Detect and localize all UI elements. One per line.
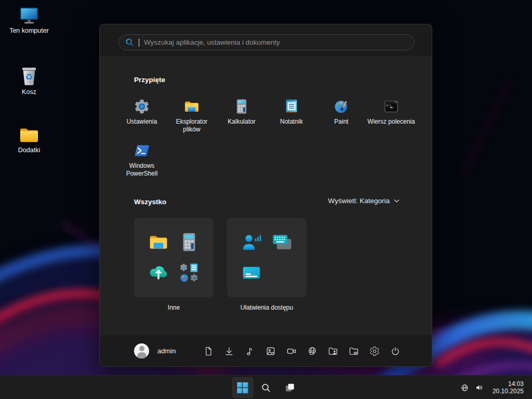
folder-icon xyxy=(143,227,174,258)
desktop-icon-dodatki[interactable]: Dodatki xyxy=(7,126,51,154)
pictures-button[interactable] xyxy=(260,340,281,362)
desktop-icon-label: Dodatki xyxy=(18,147,40,154)
network-button[interactable] xyxy=(302,340,323,362)
pinned-app-paint[interactable]: Paint xyxy=(316,96,366,140)
power-button[interactable] xyxy=(385,340,406,362)
apps-cluster-icon xyxy=(174,258,205,289)
network-status-button[interactable] xyxy=(458,377,472,398)
category-ulatwienia: Ułatwienia dostępu xyxy=(227,218,307,311)
document-icon xyxy=(203,346,214,356)
volume-button[interactable] xyxy=(473,377,486,398)
search-placeholder: Wyszukaj aplikacje, ustawienia i dokumen… xyxy=(144,38,280,46)
pinned-app-ustawienia[interactable]: Ustawienia xyxy=(117,96,167,140)
text-caret xyxy=(139,38,139,47)
search-input[interactable]: Wyszukaj aplikacje, ustawienia i dokumen… xyxy=(118,34,415,50)
paint-palette-icon xyxy=(333,98,350,115)
screen: Ten komputer ♻ Kosz Dodatki xyxy=(0,0,532,399)
start-menu: Wyszukaj aplikacje, ustawienia i dokumen… xyxy=(99,24,432,367)
file-explorer-button[interactable] xyxy=(343,340,364,362)
view-toggle-label: Wyświetl: Kategoria xyxy=(328,197,390,205)
this-pc-icon xyxy=(18,5,40,25)
on-screen-keyboard-icon xyxy=(267,227,298,258)
folder-icon xyxy=(18,126,40,144)
pinned-app-notatnik[interactable]: Notatnik xyxy=(267,96,316,140)
pinned-app-label: Windows PowerShell xyxy=(118,162,166,177)
video-camera-icon xyxy=(286,346,297,356)
svg-text:♻: ♻ xyxy=(25,72,33,82)
taskbar-center xyxy=(232,377,300,398)
pinned-app-label: Ustawienia xyxy=(127,118,157,126)
taskbar-search-button[interactable] xyxy=(256,377,277,398)
pinned-app-label: Wiersz polecenia xyxy=(367,118,415,126)
category-label: Inne xyxy=(134,304,214,311)
start-search-area: Wyszukaj aplikacje, ustawienia i dokumen… xyxy=(100,24,432,57)
clock-time: 14:03 xyxy=(493,380,524,388)
pinned-apps-grid: Ustawienia Eksplorator plików xyxy=(117,96,417,184)
pinned-app-powershell[interactable]: Windows PowerShell xyxy=(117,140,167,184)
user-folder-icon xyxy=(328,346,338,356)
pictures-icon xyxy=(265,346,276,356)
notepad-icon xyxy=(283,98,300,115)
category-label: Ułatwienia dostępu xyxy=(227,304,307,311)
command-prompt-icon: C:\ xyxy=(383,98,400,115)
all-section-title: Wszystko xyxy=(134,198,166,206)
clock-date: 20.10.2025 xyxy=(493,388,524,395)
folder-window-icon xyxy=(349,346,359,356)
cloud-upload-icon xyxy=(143,258,174,289)
view-category-dropdown[interactable]: Wyświetl: Kategoria xyxy=(328,197,400,205)
user-avatar xyxy=(134,343,149,358)
captions-card-icon xyxy=(236,258,267,289)
download-icon xyxy=(224,346,234,356)
user-name: admin xyxy=(157,347,176,355)
power-icon xyxy=(390,346,401,356)
taskbar: 14:03 20.10.2025 xyxy=(0,375,532,399)
settings-gear-icon xyxy=(134,98,150,115)
pinned-app-label: Notatnik xyxy=(280,118,303,126)
system-tray: 14:03 20.10.2025 xyxy=(458,376,528,399)
desktop-icon-this-pc[interactable]: Ten komputer xyxy=(7,5,51,35)
svg-text:C:\: C:\ xyxy=(387,104,392,107)
settings-button[interactable] xyxy=(364,340,385,362)
no-internet-globe-icon xyxy=(460,383,469,392)
desktop-icon-label: Ten komputer xyxy=(9,28,49,35)
pinned-app-eksplorator[interactable]: Eksplorator plików xyxy=(167,96,217,140)
network-globe-icon xyxy=(307,346,317,356)
task-view-button[interactable] xyxy=(279,377,300,398)
empty-cell xyxy=(267,258,298,289)
task-view-icon xyxy=(284,382,295,393)
pinned-app-label: Paint xyxy=(334,118,348,126)
category-inne: Inne xyxy=(134,218,214,311)
category-tiles: Inne xyxy=(134,218,307,311)
search-icon xyxy=(261,382,272,393)
videos-button[interactable] xyxy=(281,340,302,362)
taskbar-clock[interactable]: 14:03 20.10.2025 xyxy=(487,380,528,395)
downloads-button[interactable] xyxy=(219,340,240,362)
desktop-icon-recycle-bin[interactable]: ♻ Kosz xyxy=(7,64,51,96)
music-note-icon xyxy=(245,346,255,356)
calculator-icon xyxy=(233,98,250,115)
music-button[interactable] xyxy=(240,340,260,362)
narrator-person-icon xyxy=(236,227,267,258)
all-apps-header: Wszystko Wyświetl: Kategoria xyxy=(100,197,432,208)
powershell-icon xyxy=(134,142,150,159)
start-button[interactable] xyxy=(232,377,254,398)
file-explorer-icon xyxy=(183,98,200,115)
desktop-icon-label: Kosz xyxy=(22,89,36,96)
pinned-app-label: Kalkulator xyxy=(228,118,255,126)
recycle-bin-icon: ♻ xyxy=(19,64,39,86)
calculator-icon xyxy=(174,227,205,258)
footer-quick-links xyxy=(198,340,406,362)
category-inne-tile[interactable] xyxy=(134,218,214,297)
category-ulatwienia-tile[interactable] xyxy=(227,218,307,297)
pinned-app-label: Eksplorator plików xyxy=(168,118,216,133)
windows-logo-icon xyxy=(237,382,249,394)
documents-button[interactable] xyxy=(198,340,219,362)
start-menu-footer: admin xyxy=(100,335,432,366)
user-profile-button[interactable]: admin xyxy=(130,340,180,362)
user-folder-button[interactable] xyxy=(323,340,343,362)
pinned-app-wiersz-polecenia[interactable]: C:\ Wiersz polecenia xyxy=(366,96,416,140)
pinned-app-kalkulator[interactable]: Kalkulator xyxy=(217,96,267,140)
chevron-down-icon xyxy=(394,199,400,203)
gear-icon xyxy=(369,346,380,356)
speaker-icon xyxy=(475,383,484,392)
